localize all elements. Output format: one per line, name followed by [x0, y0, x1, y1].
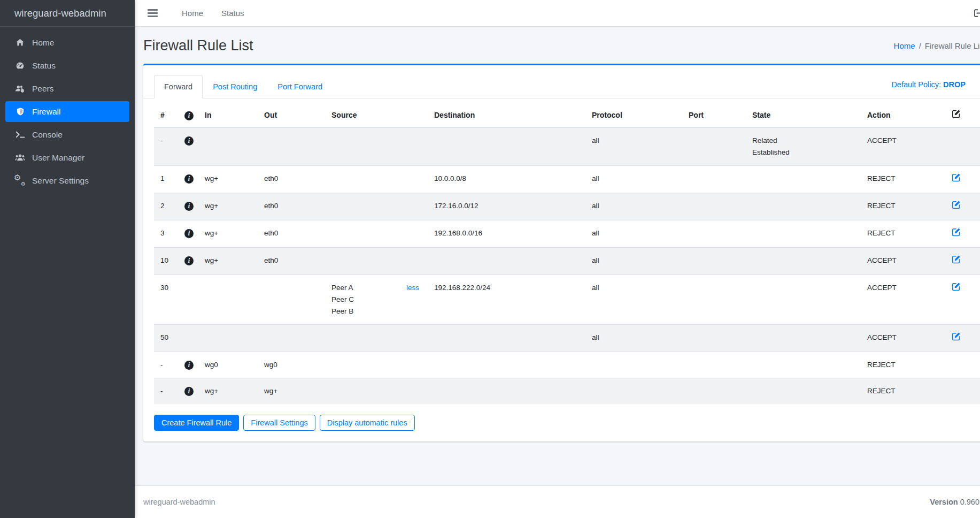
rule-in [198, 325, 258, 352]
rule-destination: 10.0.0.0/8 [428, 166, 585, 193]
tab-bar: ForwardPost RoutingPort Forward [154, 75, 333, 98]
sidebar-item-user-manager[interactable]: User Manager [5, 147, 129, 168]
users-icon [13, 154, 27, 162]
rule-protocol: all [585, 275, 682, 325]
default-policy-link[interactable]: Default Policy: DROP [891, 80, 966, 93]
top-navbar: HomeStatus [135, 0, 980, 27]
page-footer: wireguard-webadmin Version 0.960 [135, 485, 980, 518]
tab-forward[interactable]: Forward [154, 75, 203, 98]
rule-destination: 192.168.0.0/16 [428, 220, 585, 248]
rule-protocol [585, 352, 682, 378]
firewall-settings-button[interactable]: Firewall Settings [243, 415, 315, 431]
sidebar-item-server-settings[interactable]: ⚙⚙Server Settings [5, 170, 129, 191]
sidebar-item-status[interactable]: Status [5, 55, 129, 76]
table-row: 50allACCEPT [154, 325, 980, 352]
sidebar-item-peers[interactable]: Peers [5, 78, 129, 99]
rule-source [325, 166, 428, 193]
edit-icon[interactable] [952, 227, 961, 237]
table-row: -iallRelatedEstablishedACCEPT [154, 127, 980, 166]
edit-icon[interactable] [952, 173, 961, 182]
rule-number: - [154, 127, 178, 166]
rule-destination [428, 325, 585, 352]
rule-port [682, 352, 746, 378]
rule-out: eth0 [258, 166, 325, 193]
gears-icon: ⚙⚙ [13, 176, 27, 185]
rule-destination [428, 248, 585, 275]
navbar-link-status[interactable]: Status [212, 9, 253, 18]
less-link[interactable]: less [406, 282, 419, 294]
sidebar-menu: HomeStatusPeersFirewallConsoleUser Manag… [0, 27, 135, 191]
rule-state [746, 352, 861, 378]
rule-destination [428, 127, 585, 166]
header-info-icon: i [178, 104, 198, 127]
rule-action: ACCEPT [861, 275, 945, 325]
rule-in: wg+ [198, 220, 258, 248]
info-icon[interactable]: i [184, 361, 194, 369]
logout-icon[interactable] [973, 9, 980, 18]
edit-icon[interactable] [952, 200, 961, 209]
rule-state [746, 325, 861, 352]
default-policy-value: DROP [943, 80, 966, 89]
rule-state [746, 166, 861, 193]
rule-number: 30 [154, 275, 178, 325]
edit-icon [952, 109, 961, 118]
info-icon[interactable]: i [184, 387, 194, 395]
header-edit-icon [945, 104, 980, 127]
rule-source [325, 325, 428, 352]
info-icon[interactable]: i [184, 136, 194, 144]
tab-port-forward[interactable]: Port Forward [267, 75, 333, 98]
edit-icon[interactable] [952, 255, 961, 264]
sidebar-item-home[interactable]: Home [5, 32, 129, 53]
rule-out: eth0 [258, 220, 325, 248]
rule-port [682, 127, 746, 166]
info-icon[interactable]: i [184, 174, 194, 182]
rule-number: 1 [154, 166, 178, 193]
users-gear-icon [13, 84, 27, 93]
rule-edit-cell [945, 220, 980, 248]
edit-icon[interactable] [952, 332, 961, 341]
rule-edit-cell [945, 275, 980, 325]
edit-icon[interactable] [952, 282, 961, 291]
sidebar-item-label: Firewall [32, 107, 60, 117]
sidebar-item-console[interactable]: Console [5, 124, 129, 145]
breadcrumb: Home/Firewall Rule List [894, 41, 980, 50]
rule-port [682, 325, 746, 352]
rule-edit-cell [945, 193, 980, 220]
rule-out [258, 325, 325, 352]
create-firewall-rule-button[interactable]: Create Firewall Rule [154, 415, 239, 431]
hamburger-menu-icon[interactable] [148, 9, 158, 17]
tab-post-routing[interactable]: Post Routing [203, 75, 267, 98]
rule-port [682, 193, 746, 220]
action-buttons: Create Firewall RuleFirewall SettingsDis… [154, 415, 980, 431]
navbar-link-home[interactable]: Home [173, 9, 212, 18]
rule-protocol: all [585, 193, 682, 220]
info-icon[interactable]: i [184, 229, 194, 237]
rule-number: - [154, 352, 178, 378]
rule-out: eth0 [258, 193, 325, 220]
rule-in [198, 275, 258, 325]
rule-in: wg+ [198, 166, 258, 193]
table-header-row: #iInOutSourceDestinationProtocolPortStat… [154, 104, 980, 127]
sidebar-item-label: Status [32, 61, 56, 71]
rule-info-cell [178, 325, 198, 352]
rule-edit-cell [945, 127, 980, 166]
breadcrumb-separator: / [915, 41, 925, 50]
breadcrumb-current: Firewall Rule List [925, 41, 980, 50]
table-row: 2iwg+eth0172.16.0.0/12allREJECT [154, 193, 980, 220]
sidebar-item-label: User Manager [32, 153, 84, 163]
rule-number: - [154, 378, 178, 405]
firewall-card: ForwardPost RoutingPort Forward Default … [143, 64, 980, 441]
info-icon[interactable]: i [184, 256, 194, 264]
rule-info-cell: i [178, 220, 198, 248]
display-automatic-rules-button[interactable]: Display automatic rules [320, 415, 415, 431]
terminal-icon [13, 131, 27, 139]
info-icon[interactable]: i [184, 202, 194, 210]
home-icon [13, 38, 27, 47]
sidebar-item-firewall[interactable]: Firewall [5, 101, 129, 122]
header--: # [154, 104, 178, 127]
rule-in: wg0 [198, 352, 258, 378]
header-source: Source [325, 104, 428, 127]
breadcrumb-home-link[interactable]: Home [894, 41, 915, 50]
rule-source [325, 220, 428, 248]
rule-state [746, 220, 861, 248]
